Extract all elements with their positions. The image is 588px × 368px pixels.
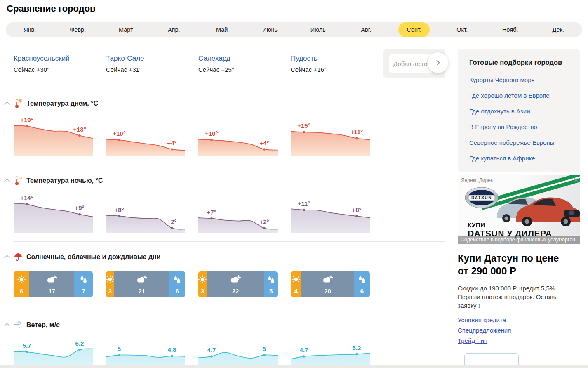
window-bottom-strip <box>0 365 588 368</box>
city-collection-link[interactable]: Где купаться в Африке <box>469 155 568 162</box>
city-header-row: Красноусольский Сейчас +30° Тарко-Сале С… <box>0 49 445 87</box>
section-wind: Ветер, м/с 5.76.254.84.754.75.2 <box>0 320 445 368</box>
month-tab-6[interactable]: Июнь <box>246 22 294 37</box>
ad-link[interactable]: Трейд - ин <box>458 337 580 344</box>
collapse-section-icon[interactable] <box>4 179 10 182</box>
svg-text:+4°: +4° <box>167 139 176 146</box>
collapse-section-icon[interactable] <box>4 255 10 258</box>
month-tab-7[interactable]: Июль <box>294 22 342 37</box>
city-cell: Салехард Сейчас +25° <box>198 54 278 73</box>
svg-text:6.2: 6.2 <box>75 340 84 347</box>
day-count: 17 <box>48 288 55 295</box>
month-tab-5[interactable]: Май <box>198 22 246 37</box>
month-tab-12[interactable]: Дек. <box>534 22 583 37</box>
sun-icon <box>106 275 114 283</box>
section-day-temperature: Температура днём, °C +19°+13°+10°+4°+10°… <box>0 98 445 157</box>
mini-chart-wind-Тарко-Сале: 54.8 <box>106 337 185 368</box>
ad-block: Яндекс.Директ × DATSUN <box>458 175 580 368</box>
city-collection-link[interactable]: Где отдохнуть в Азии <box>469 108 568 115</box>
svg-text:+11°: +11° <box>350 128 363 135</box>
collapse-section-icon[interactable] <box>4 101 10 105</box>
city-link-salekhard[interactable]: Салехард <box>198 54 230 63</box>
sidebar: Готовые подборки городов Курорты Чёрного… <box>458 49 580 172</box>
day-type-segment-солнечные: 6 <box>14 271 29 297</box>
wind-icon <box>14 321 23 329</box>
section-title: Температура днём, °C <box>26 100 98 107</box>
month-tab-8[interactable]: Авг. <box>342 22 390 37</box>
page-title: Сравнение городов <box>7 3 96 14</box>
city-collection-link[interactable]: Северное побережье Европы <box>469 139 568 146</box>
section-night-temperature: Температура ночью, °C +14°+9°+8°+2°+7°+2… <box>0 175 445 234</box>
svg-text:+15°: +15° <box>297 122 310 129</box>
svg-text:5.7: 5.7 <box>23 342 31 349</box>
cloud-sun-icon <box>230 275 241 283</box>
city-collections-panel: Готовые подборки городов Курорты Чёрного… <box>458 49 580 172</box>
collapse-section-icon[interactable] <box>4 323 10 326</box>
day-count: 4 <box>294 288 298 295</box>
ad-close-icon[interactable]: × <box>574 176 578 184</box>
city-collection-link[interactable]: Где хорошо летом в Европе <box>469 92 568 99</box>
mini-chart-day_temp-Пудость: +15°+11° <box>291 116 370 157</box>
svg-text:+4°: +4° <box>259 139 269 146</box>
city-collection-link[interactable]: В Европу на Рождество <box>469 123 568 130</box>
sun-icon <box>198 275 207 283</box>
mini-chart-night_temp-Салехард: +7°+2° <box>198 193 278 234</box>
add-city-submit-button[interactable] <box>428 52 448 73</box>
month-tab-1[interactable]: Янв. <box>6 22 54 37</box>
night-temp-charts: +14°+9°+8°+2°+7°+2°+11°+8° <box>14 193 445 234</box>
sun-icon <box>292 275 300 283</box>
day-count: 6 <box>20 288 23 295</box>
city-link-pudost[interactable]: Пудость <box>291 54 318 63</box>
svg-text:4.7: 4.7 <box>300 347 308 354</box>
svg-text:4.8: 4.8 <box>168 346 176 353</box>
month-tab-3[interactable]: Март <box>102 22 150 37</box>
ad-link[interactable]: Спецпредложения <box>458 327 580 334</box>
month-tab-9[interactable]: Сент. <box>390 22 438 37</box>
day-count: 5 <box>269 288 273 295</box>
thermometer-moon-icon <box>14 176 23 186</box>
yandex-direct-label: Яндекс.Директ <box>461 177 495 183</box>
day-count: 3 <box>201 288 204 295</box>
section-title: Солнечные, облачные и дождливые дни <box>26 253 161 261</box>
month-tab-10[interactable]: Окт. <box>438 22 487 37</box>
day-type-segment-солнечные: 3 <box>198 271 207 297</box>
svg-text:+8°: +8° <box>114 206 124 213</box>
section-title: Ветер, м/с <box>26 321 60 329</box>
day-count: 6 <box>176 288 179 295</box>
cloud-sun-icon <box>136 275 148 283</box>
day-count: 22 <box>232 288 239 295</box>
sun-icon <box>17 275 26 283</box>
add-city-panel <box>383 49 445 78</box>
ad-banner[interactable]: Яндекс.Директ × DATSUN <box>458 175 580 244</box>
day-count: 21 <box>139 288 146 295</box>
svg-text:+7°: +7° <box>207 209 216 216</box>
svg-text:+2°: +2° <box>259 218 269 225</box>
city-link-tarko-sale[interactable]: Тарко-Сале <box>106 54 144 63</box>
month-tab-2[interactable]: Февр. <box>54 22 102 37</box>
day-type-segment-облачные: 20 <box>301 271 354 297</box>
month-tab-11[interactable]: Нояб. <box>486 22 534 37</box>
svg-text:+19°: +19° <box>20 116 33 123</box>
day-type-segment-дождливые: 5 <box>264 271 278 297</box>
city-collection-link[interactable]: Курорты Чёрного моря <box>469 76 568 83</box>
day-type-segment-дождливые: 6 <box>354 271 370 297</box>
day-types-bar-Пудость: 4206 <box>291 271 370 297</box>
city-current-temp: Сейчас +31° <box>106 66 185 73</box>
svg-text:+8°: +8° <box>352 206 361 213</box>
datsun-logo: DATSUN <box>464 186 499 211</box>
city-link-krasnousolskiy[interactable]: Красноусольский <box>14 54 70 63</box>
svg-text:+10°: +10° <box>113 130 125 137</box>
banner-disclaimer: Содействие в подборе финансовых услуг/ор… <box>458 236 580 244</box>
raindrops-icon <box>174 275 181 283</box>
month-tab-4[interactable]: Апр. <box>150 22 198 37</box>
day-types-bar-Тарко-Сале: 3216 <box>106 271 185 297</box>
day-temp-charts: +19°+13°+10°+4°+10°+4°+15°+11° <box>14 116 445 157</box>
comparison-content: Красноусольский Сейчас +30° Тарко-Сале С… <box>0 49 445 87</box>
add-city-input[interactable] <box>389 54 432 73</box>
cloud-sun-icon <box>46 275 58 283</box>
svg-text:4.7: 4.7 <box>207 347 216 354</box>
ad-link[interactable]: Условия кредита <box>458 316 580 323</box>
city-cell: Тарко-Сале Сейчас +31° <box>106 54 185 73</box>
day-type-segment-солнечные: 3 <box>106 271 114 297</box>
mini-chart-night_temp-Тарко-Сале: +8°+2° <box>106 193 185 234</box>
